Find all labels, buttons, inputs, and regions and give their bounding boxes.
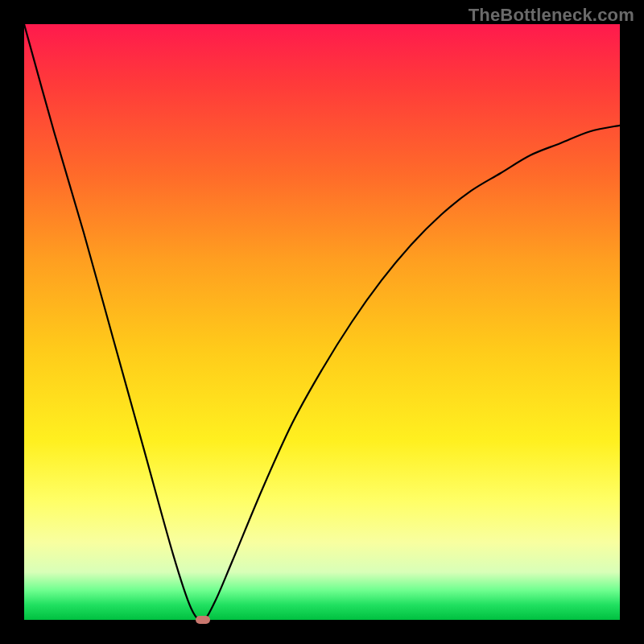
- plot-area: [24, 24, 620, 620]
- chart-canvas: TheBottleneck.com: [0, 0, 644, 644]
- watermark-text: TheBottleneck.com: [469, 5, 634, 26]
